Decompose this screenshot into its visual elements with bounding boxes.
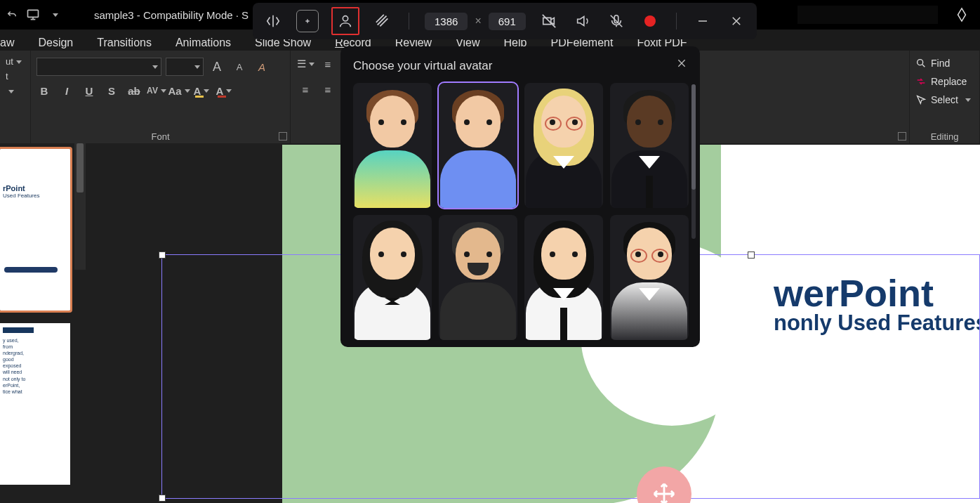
thumbnail-panel: rPoint Used Features y used,fromndergrad… bbox=[0, 143, 86, 503]
mic-off-icon[interactable] bbox=[606, 11, 627, 32]
search-box[interactable] bbox=[797, 6, 938, 24]
undo-icon[interactable] bbox=[4, 7, 20, 22]
font-name-combo[interactable] bbox=[37, 58, 161, 76]
copilot-diamond-icon[interactable] bbox=[948, 1, 976, 29]
document-title: sample3 - Compatibility Mode · S bbox=[94, 9, 249, 21]
cameo-toolbar: 1386 × 691 bbox=[253, 3, 757, 39]
avatar-5[interactable] bbox=[353, 215, 432, 340]
resize-handle-bl[interactable] bbox=[159, 495, 166, 502]
replace-button[interactable]: Replace bbox=[915, 76, 974, 87]
clear-formatting-button[interactable]: A bbox=[253, 58, 271, 76]
editing-group: Find Replace Select Editing bbox=[910, 51, 980, 143]
paste-options[interactable] bbox=[6, 84, 25, 99]
present-icon[interactable] bbox=[25, 7, 41, 22]
font-group: A A A B I U S ab AV Aa A A Font bbox=[31, 51, 291, 143]
font-size-combo[interactable] bbox=[166, 58, 204, 76]
times-icon: × bbox=[475, 15, 481, 27]
editing-group-label: Editing bbox=[915, 131, 974, 142]
slide-thumbnail-2[interactable]: y used,fromndergrad,goodexposedwill need… bbox=[0, 323, 70, 485]
numbering-button[interactable]: ≡ bbox=[319, 55, 337, 73]
tab-animations[interactable]: Animations bbox=[176, 37, 231, 49]
find-button[interactable]: Find bbox=[915, 58, 974, 69]
copy-button[interactable]: t bbox=[6, 70, 25, 84]
minimize-icon[interactable] bbox=[692, 11, 713, 32]
avatar-1[interactable] bbox=[353, 83, 432, 208]
svg-point-1 bbox=[343, 16, 347, 21]
shadow-button[interactable]: S bbox=[104, 83, 119, 98]
width-field[interactable]: 1386 bbox=[425, 13, 468, 30]
resize-handle-tl[interactable] bbox=[159, 252, 166, 259]
font-group-label: Font bbox=[37, 131, 284, 142]
speaker-icon[interactable] bbox=[572, 11, 593, 32]
blur-icon[interactable] bbox=[372, 11, 393, 32]
cut-button[interactable]: ut bbox=[6, 55, 25, 70]
change-case-button[interactable]: Aa bbox=[171, 83, 187, 98]
shrink-font-button[interactable]: A bbox=[230, 58, 249, 76]
strike-button[interactable]: ab bbox=[126, 83, 142, 98]
dimensions-group: 1386 × 691 bbox=[425, 13, 526, 30]
char-spacing-button[interactable]: AV bbox=[149, 83, 164, 98]
mirror-icon[interactable] bbox=[263, 11, 284, 32]
avatar-6[interactable] bbox=[439, 215, 517, 340]
tab-draw[interactable]: aw bbox=[0, 37, 14, 49]
underline-button[interactable]: U bbox=[81, 83, 97, 98]
avatar-2[interactable] bbox=[439, 83, 517, 208]
svg-point-8 bbox=[918, 60, 923, 65]
clipboard-group: ut t bbox=[0, 51, 31, 143]
font-dialog-launcher-icon[interactable] bbox=[279, 132, 287, 141]
avatar-dialog: Choose your virtual avatar bbox=[340, 46, 700, 347]
avatar-scrollbar[interactable] bbox=[691, 84, 696, 239]
avatar-4[interactable] bbox=[610, 83, 689, 208]
tab-design[interactable]: Design bbox=[38, 37, 73, 49]
slide-thumbnail-1[interactable]: rPoint Used Features bbox=[0, 149, 70, 311]
avatar-7[interactable] bbox=[524, 215, 603, 340]
resize-handle-mr[interactable] bbox=[748, 252, 755, 259]
close-icon[interactable] bbox=[726, 11, 747, 32]
focus-frame-icon[interactable] bbox=[296, 10, 319, 32]
camera-off-icon[interactable] bbox=[538, 11, 559, 32]
svg-rect-0 bbox=[28, 10, 39, 17]
avatar-8[interactable] bbox=[610, 215, 689, 340]
height-field[interactable]: 691 bbox=[489, 13, 526, 30]
avatar-dialog-close-button[interactable] bbox=[673, 55, 690, 72]
drawing-dialog-launcher-icon[interactable] bbox=[898, 132, 906, 141]
font-color-button[interactable]: A bbox=[216, 83, 232, 98]
avatar-dialog-title: Choose your virtual avatar bbox=[353, 59, 687, 73]
highlight-button[interactable]: A bbox=[194, 83, 209, 98]
thumbnail-scrollbar[interactable] bbox=[74, 143, 86, 270]
align-center-button[interactable]: ≡ bbox=[319, 80, 337, 98]
avatar-3[interactable] bbox=[524, 83, 603, 208]
tab-transitions[interactable]: Transitions bbox=[97, 37, 152, 49]
record-button[interactable] bbox=[640, 11, 661, 32]
separator bbox=[409, 13, 409, 30]
bullets-button[interactable]: ☰ bbox=[296, 55, 314, 73]
grow-font-button[interactable]: A bbox=[208, 58, 226, 76]
italic-button[interactable]: I bbox=[59, 83, 74, 98]
avatar-mode-button[interactable] bbox=[331, 7, 359, 35]
align-left-button[interactable]: ≡ bbox=[296, 80, 314, 98]
bold-button[interactable]: B bbox=[37, 83, 52, 98]
avatar-grid bbox=[353, 83, 687, 340]
qat-more-icon[interactable] bbox=[46, 7, 62, 22]
select-button[interactable]: Select bbox=[915, 94, 974, 105]
separator bbox=[676, 13, 677, 30]
